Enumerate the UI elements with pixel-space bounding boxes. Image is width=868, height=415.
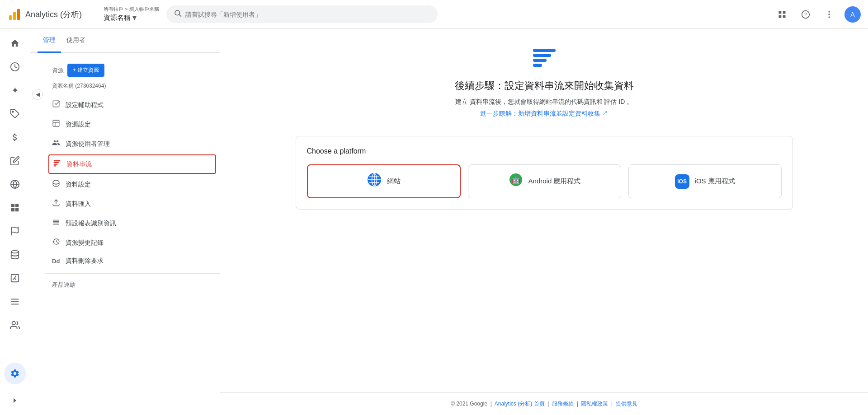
menu-data-delete[interactable]: Dd 資料刪除要求	[45, 252, 220, 270]
main-area: 管理 使用者 ◀ 資源 + 建立資源 資源名稱 (273632464)	[30, 29, 868, 415]
menu-data-delete-label: 資料刪除要求	[66, 257, 104, 265]
hero-learn-more-text: 進一步瞭解：新增資料串流並設定資料收集 ↗	[480, 110, 609, 118]
platform-options: 網站 🤖 Android 應用程式 iOS	[307, 164, 782, 198]
breadcrumb: 所有帳戶 > 填入帳戶名稱 資源名稱 ▾	[104, 6, 159, 23]
menu-resource-settings[interactable]: 資源設定	[45, 115, 220, 134]
menu-product-link[interactable]: 產品連結	[45, 273, 220, 294]
svg-rect-7	[779, 15, 782, 18]
menu-user-management-label: 資源使用者管理	[66, 140, 110, 148]
search-icon	[174, 9, 182, 19]
nav-expand[interactable]	[4, 390, 26, 411]
nav-list[interactable]	[4, 291, 26, 312]
svg-point-24	[12, 322, 15, 325]
footer-terms-link[interactable]: 服務條款	[552, 401, 574, 407]
nav-create[interactable]	[4, 150, 26, 172]
preset-reports-icon	[52, 218, 60, 228]
manage-content: ◀ 資源 + 建立資源 資源名稱 (273632464) 設定輔助程式	[30, 53, 220, 415]
svg-rect-6	[783, 11, 786, 14]
menu-data-streams[interactable]: 資料串流	[48, 154, 216, 174]
svg-rect-0	[9, 15, 12, 20]
menu-change-history-label: 資源變更記錄	[66, 239, 104, 247]
menu-change-history[interactable]: 資源變更記錄	[45, 233, 220, 252]
breadcrumb-top: 所有帳戶 > 填入帳戶名稱	[104, 6, 159, 13]
svg-point-13	[828, 16, 830, 18]
footer: © 2021 Google | Analytics (分析) 首頁 | 服務條款…	[220, 392, 868, 415]
menu-data-streams-label: 資料串流	[66, 160, 92, 168]
nav-monetization[interactable]	[4, 126, 26, 148]
nav-chart[interactable]	[4, 267, 26, 289]
android-icon: 🤖	[509, 173, 523, 190]
platform-web-label: 網站	[387, 177, 401, 186]
breadcrumb-resource[interactable]: 資源名稱 ▾	[104, 13, 159, 23]
footer-privacy-link[interactable]: 隱私權政策	[581, 401, 608, 407]
menu-data-import[interactable]: 資料匯入	[45, 194, 220, 214]
resource-name-label: 資源名稱	[104, 14, 131, 22]
manage-panel: 管理 使用者 ◀ 資源 + 建立資源 資源名稱 (273632464)	[30, 29, 220, 415]
hero-illustration	[531, 47, 558, 70]
svg-point-12	[828, 14, 830, 15]
data-streams-icon	[53, 159, 61, 169]
footer-copyright: © 2021 Google	[451, 401, 487, 407]
hero-learn-more-link[interactable]: 進一步瞭解：新增資料串流並設定資料收集 ↗	[480, 110, 609, 118]
tab-manage[interactable]: 管理	[38, 29, 61, 53]
help-icon[interactable]: ?	[797, 6, 814, 23]
data-delete-icon: Dd	[52, 258, 60, 265]
header-right: ? A	[774, 6, 861, 23]
menu-setup-assistant-label: 設定輔助程式	[66, 101, 104, 109]
nav-settings[interactable]	[4, 363, 26, 384]
menu-setup-assistant[interactable]: 設定輔助程式	[45, 95, 220, 115]
resource-section-header: 資源 + 建立資源	[45, 60, 220, 80]
sidebar-nav: ✦	[0, 29, 30, 415]
nav-layout[interactable]	[4, 197, 26, 219]
change-history-icon	[52, 238, 60, 248]
platform-web-button[interactable]: 網站	[307, 164, 461, 198]
svg-rect-8	[783, 15, 786, 18]
collapse-panel: ◀	[30, 53, 45, 415]
svg-rect-31	[54, 164, 58, 165]
resource-settings-icon	[52, 119, 60, 130]
menu-data-settings[interactable]: 資料設定	[45, 175, 220, 194]
search-input[interactable]	[185, 11, 430, 18]
platform-ios-label: iOS 應用程式	[695, 177, 735, 186]
svg-rect-5	[779, 11, 782, 14]
collapse-arrow-icon[interactable]: ◀	[32, 89, 43, 100]
avatar[interactable]: A	[844, 6, 861, 23]
menu-user-management[interactable]: 資源使用者管理	[45, 134, 220, 154]
nav-advertising[interactable]	[4, 103, 26, 125]
footer-analytics-link[interactable]: Analytics (分析) 首頁	[495, 401, 545, 407]
svg-rect-30	[54, 162, 59, 163]
nav-home[interactable]	[4, 33, 26, 54]
svg-rect-2	[17, 9, 20, 20]
hero-title: 後續步驟：設定資料串流來開始收集資料	[455, 79, 634, 93]
svg-line-4	[179, 14, 181, 16]
search-bar[interactable]	[166, 5, 438, 23]
hero-subtitle: 建立 資料串流後，您就會取得網站串流的代碼資訊和 評估 ID 。	[455, 98, 633, 106]
platform-android-button[interactable]: 🤖 Android 應用程式	[468, 164, 621, 198]
svg-rect-21	[11, 299, 19, 300]
platform-ios-button[interactable]: iOS iOS 應用程式	[628, 164, 782, 198]
platform-section: Choose a platform 網站 🤖	[296, 136, 793, 210]
svg-rect-40	[533, 59, 547, 62]
menu-data-settings-label: 資料設定	[66, 181, 91, 189]
nav-users[interactable]	[4, 314, 26, 336]
nav-data[interactable]	[4, 244, 26, 266]
svg-point-15	[12, 111, 14, 112]
apps-icon[interactable]	[774, 6, 790, 23]
create-resource-button[interactable]: + 建立資源	[67, 64, 104, 77]
footer-feedback-link[interactable]: 提供意見	[616, 401, 637, 407]
more-vert-icon[interactable]	[821, 6, 837, 23]
svg-rect-39	[533, 54, 551, 57]
header: Analytics (分析) 所有帳戶 > 填入帳戶名稱 資源名稱 ▾ ? A	[0, 0, 868, 29]
body-container: ✦	[0, 29, 868, 415]
resource-section-title: 資源	[52, 66, 64, 75]
platform-title: Choose a platform	[307, 147, 782, 155]
nav-explore[interactable]: ✦	[4, 79, 26, 101]
svg-rect-32	[54, 165, 57, 166]
tab-users[interactable]: 使用者	[61, 29, 91, 53]
nav-reports[interactable]	[4, 56, 26, 78]
nav-flag[interactable]	[4, 220, 26, 242]
menu-preset-reports[interactable]: 預設報表識別資訊	[45, 214, 220, 233]
svg-rect-22	[11, 301, 19, 302]
menu-items: 資源 + 建立資源 資源名稱 (273632464) 設定輔助程式	[45, 53, 220, 415]
nav-globe[interactable]	[4, 173, 26, 195]
